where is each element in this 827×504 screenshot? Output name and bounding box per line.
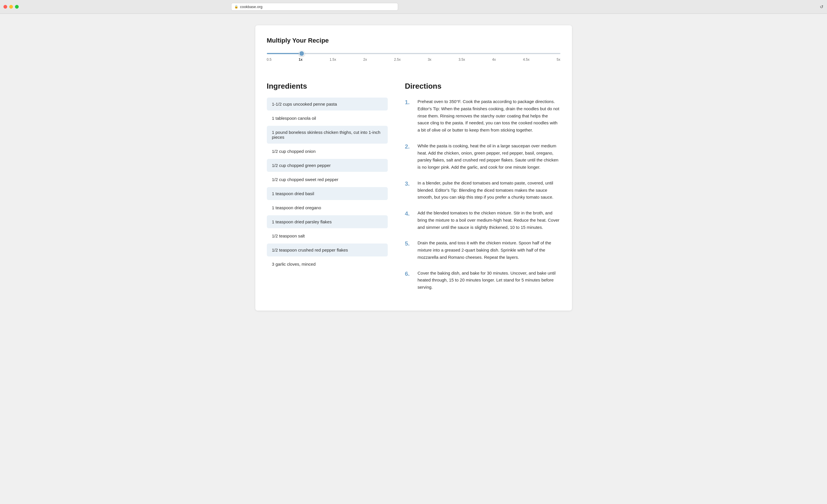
- reload-button[interactable]: ↺: [820, 4, 824, 9]
- step-text-1: Preheat oven to 350°F. Cook the pasta ac…: [418, 98, 561, 134]
- direction-item: 2. While the pasta is cooking, heat the …: [405, 142, 561, 171]
- slider-label-2.5x: 2.5x: [394, 58, 401, 62]
- directions-list: 1. Preheat oven to 350°F. Cook the pasta…: [405, 98, 561, 291]
- address-bar[interactable]: 🔒 cookbase.org: [231, 3, 398, 11]
- step-number-6: 6.: [405, 269, 413, 291]
- step-number-3: 3.: [405, 179, 413, 201]
- list-item: 1 teaspoon dried oregano: [267, 201, 388, 214]
- list-item: 1/2 teaspoon crushed red pepper flakes: [267, 244, 388, 256]
- slider-label-4x: 4x: [492, 58, 496, 62]
- slider-container: 0.5 1x 1.5x 2x 2.5x 3x 3.5x 4x 4.5x 5x: [267, 50, 561, 70]
- slider-label-3.5x: 3.5x: [458, 58, 465, 62]
- page-content: Multiply Your Recipe 0.5 1x 1.5x 2x 2.5x…: [255, 25, 572, 311]
- list-item: 1 teaspoon dried parsley flakes: [267, 215, 388, 228]
- browser-chrome: 🔒 cookbase.org ↺: [0, 0, 827, 14]
- step-text-2: While the pasta is cooking, heat the oil…: [418, 142, 561, 171]
- direction-item: 1. Preheat oven to 350°F. Cook the pasta…: [405, 98, 561, 134]
- directions-title: Directions: [405, 82, 561, 91]
- main-columns: Ingredients 1-1/2 cups uncooked penne pa…: [267, 82, 561, 299]
- list-item: 1 pound boneless skinless chicken thighs…: [267, 126, 388, 144]
- directions-column: Directions 1. Preheat oven to 350°F. Coo…: [405, 82, 561, 299]
- url-text: cookbase.org: [240, 5, 262, 9]
- slider-label-2x: 2x: [363, 58, 367, 62]
- slider-label-1x: 1x: [298, 58, 302, 62]
- slider-label-1.5x: 1.5x: [330, 58, 336, 62]
- traffic-lights: [3, 5, 19, 9]
- recipe-multiplier-slider[interactable]: [267, 53, 561, 54]
- list-item: 1/2 teaspoon salt: [267, 230, 388, 242]
- slider-label-5x: 5x: [557, 58, 561, 62]
- ingredients-title: Ingredients: [267, 82, 388, 91]
- direction-item: 4. Add the blended tomatoes to the chick…: [405, 209, 561, 231]
- step-number-1: 1.: [405, 98, 413, 134]
- list-item: 1/2 cup chopped onion: [267, 145, 388, 158]
- list-item: 1/2 cup chopped green pepper: [267, 159, 388, 172]
- list-item: 1-1/2 cups uncooked penne pasta: [267, 98, 388, 110]
- direction-item: 5. Drain the pasta, and toss it with the…: [405, 239, 561, 261]
- multiply-section: Multiply Your Recipe 0.5 1x 1.5x 2x 2.5x…: [267, 37, 561, 70]
- step-text-5: Drain the pasta, and toss it with the ch…: [418, 239, 561, 261]
- list-item: 1/2 cup chopped sweet red pepper: [267, 173, 388, 186]
- slider-label-3x: 3x: [428, 58, 432, 62]
- list-item: 1 teaspoon dried basil: [267, 187, 388, 200]
- lock-icon: 🔒: [234, 5, 238, 9]
- direction-item: 3. In a blender, pulse the diced tomatoe…: [405, 179, 561, 201]
- maximize-button[interactable]: [15, 5, 19, 9]
- step-number-5: 5.: [405, 239, 413, 261]
- slider-labels: 0.5 1x 1.5x 2x 2.5x 3x 3.5x 4x 4.5x 5x: [267, 58, 561, 62]
- step-text-4: Add the blended tomatoes to the chicken …: [418, 209, 561, 231]
- ingredient-list: 1-1/2 cups uncooked penne pasta 1 tables…: [267, 98, 388, 272]
- direction-item: 6. Cover the baking dish, and bake for 3…: [405, 269, 561, 291]
- step-text-6: Cover the baking dish, and bake for 30 m…: [418, 269, 561, 291]
- list-item: 3 garlic cloves, minced: [267, 258, 388, 270]
- list-item: 1 tablespoon canola oil: [267, 112, 388, 124]
- close-button[interactable]: [3, 5, 7, 9]
- slider-label-4.5x: 4.5x: [523, 58, 530, 62]
- ingredients-column: Ingredients 1-1/2 cups uncooked penne pa…: [267, 82, 388, 299]
- multiply-title: Multiply Your Recipe: [267, 37, 561, 44]
- step-number-2: 2.: [405, 142, 413, 171]
- slider-label-0.5: 0.5: [267, 58, 272, 62]
- step-text-3: In a blender, pulse the diced tomatoes a…: [418, 179, 561, 201]
- minimize-button[interactable]: [9, 5, 13, 9]
- step-number-4: 4.: [405, 209, 413, 231]
